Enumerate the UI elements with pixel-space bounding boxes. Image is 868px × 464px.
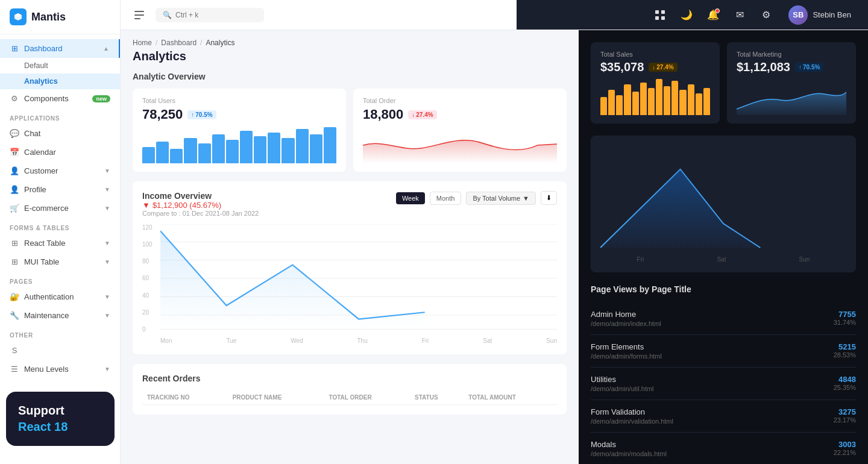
search-box[interactable]: 🔍 [156,8,264,22]
marketing-value: $1,12,083 [737,60,790,74]
customer-label: Customer [24,166,58,175]
section-label-applications: Applications [0,108,120,124]
sidebar-item-s[interactable]: S [0,341,120,360]
sidebar-item-react-table[interactable]: ⊞ React Table ▼ [0,234,120,252]
col-product: PRODUCT NAME [228,390,324,405]
sidebar-subitem-analytics[interactable]: Analytics [0,74,120,89]
section-label-other: Other [0,325,120,341]
breadcrumb-sep1: / [156,39,157,47]
volume-label: By Total Volume [473,195,520,202]
page-view-pct-2: 25.35% [834,384,856,391]
col-status: STATUS [410,390,464,405]
y-label-20: 20 [142,309,159,316]
topnav-right: 🌙 🔔 ✉ ⚙ SB Stebin Ben [651,3,856,27]
analytic-overview-label: Analytic Overview [121,72,579,89]
page-view-pct-1: 28.53% [834,351,856,359]
ecommerce-icon: 🛒 [10,204,19,213]
page-view-url-1: /demo/admin/forms.html [591,353,662,360]
total-users-badge: ↑ 70.5% [187,110,216,119]
y-label-60: 60 [142,275,159,281]
user-avatar-button[interactable]: SB Stebin Ben [784,3,856,27]
x-label-fri: Fri [422,337,429,344]
page-view-item-0: Admin Home /demo/admin/index.html 7755 3… [591,303,856,335]
sidebar-subitem-default[interactable]: Default [0,58,120,74]
menu-levels-chevron: ▼ [104,366,110,372]
breadcrumb-home[interactable]: Home [133,39,152,47]
theme-toggle-button[interactable]: 🌙 [678,6,696,24]
sidebar-item-customer[interactable]: 👤 Customer ▼ [0,161,120,180]
dashboard-label: Dashboard [24,44,63,53]
sidebar-item-mui-table[interactable]: ⊞ MUI Table ▼ [0,252,120,271]
menu-levels-label: Menu Levels [24,365,69,374]
volume-button[interactable]: By Total Volume ▼ [466,192,536,205]
income-svg [160,224,557,333]
page-title: Analytics [121,47,579,72]
sidebar-item-maintenance[interactable]: 🔧 Maintenance ▼ [0,306,120,325]
page-view-title-4: Modals [591,440,667,449]
col-tracking: TRACKING NO [142,390,228,405]
calendar-icon: 📅 [10,148,19,157]
marketing-chart [737,79,846,115]
income-controls: Week Month By Total Volume ▼ ⬇ [396,191,557,205]
menu-levels-icon: ☰ [10,365,19,374]
download-button[interactable]: ⬇ [541,191,557,205]
col-total-order: TOTAL ORDER [324,390,410,405]
sidebar-item-authentication[interactable]: 🔐 Authentication ▼ [0,287,120,306]
dark-stat-card-sales: Total Sales $35,078 ↓ 27.4% [591,42,720,124]
search-input[interactable] [175,11,248,19]
settings-button[interactable]: ⚙ [757,6,775,24]
recent-orders-title: Recent Orders [142,374,557,383]
x-label-sun: Sun [546,337,557,344]
sidebar-item-menu-levels[interactable]: ☰ Menu Levels ▼ [0,360,120,378]
dark-stat-cards: Total Sales $35,078 ↓ 27.4% [591,42,856,124]
page-view-count-1: 5215 [834,342,856,351]
stat-card-total-order: Total Order 18,800 ↓ 27.4% [353,89,567,172]
sidebar-item-profile[interactable]: 👤 Profile ▼ [0,180,120,199]
income-value: $1,12,900 (45.67%) [153,201,221,210]
sidebar-item-dashboard[interactable]: ⊞ Dashboard ▲ [0,39,120,58]
dark-x-sat: Sat [717,256,726,263]
menu-toggle-button[interactable] [130,6,148,24]
income-title: Income Overview [142,191,259,201]
x-label-wed: Wed [291,337,303,344]
content-split: Home / Dashboard / Analytics Analytics A… [121,30,868,464]
components-badge: new [92,95,110,102]
week-button[interactable]: Week [396,192,425,204]
stat-cards-row: Total Users 78,250 ↑ 70.5% [121,89,579,181]
sidebar-item-ecommerce[interactable]: 🛒 E-commerce ▼ [0,199,120,218]
notification-bell-button[interactable]: 🔔 [704,6,722,24]
support-popup[interactable]: Support React 18 [6,392,115,446]
sidebar-item-chat[interactable]: 💬 Chat [0,124,120,143]
page-view-url-2: /demo/admin/util.html [591,385,654,392]
support-react18: React 18 [18,420,102,434]
chat-icon: 💬 [10,129,19,138]
sidebar-logo[interactable]: Mantis [0,0,120,34]
ecommerce-chevron: ▼ [104,205,110,212]
react-table-icon: ⊞ [10,239,19,248]
profile-chevron: ▼ [104,186,110,193]
mui-table-icon: ⊞ [10,257,19,266]
total-order-label: Total Order [363,97,557,104]
analytics-label: Analytics [24,77,58,86]
income-arrow: ▼ [142,201,150,210]
mail-button[interactable]: ✉ [731,6,749,24]
breadcrumb-current: Analytics [206,39,234,47]
auth-icon: 🔐 [10,292,19,301]
dark-x-labels: Fri Sat Sun [600,256,846,263]
y-label-100: 100 [142,241,159,248]
apps-icon-button[interactable] [651,6,669,24]
svg-rect-0 [134,11,144,12]
sidebar-item-calendar[interactable]: 📅 Calendar [0,143,120,161]
dark-x-sun: Sun [799,256,810,263]
page-view-url-0: /demo/admin/index.html [591,320,661,327]
sales-value: $35,078 [600,60,644,74]
sales-label: Total Sales [600,51,710,58]
page-views-section: Page Views by Page Title Admin Home /dem… [591,284,856,464]
breadcrumb-dashboard[interactable]: Dashboard [161,39,197,47]
sidebar-item-components[interactable]: ⚙ Components new [0,89,120,108]
month-button[interactable]: Month [430,192,462,205]
dark-income-section: Fri Sat Sun [591,136,856,272]
react-table-chevron: ▼ [104,240,110,246]
income-overview-section: Income Overview ▼ $1,12,900 (45.67%) Com… [133,181,567,354]
y-label-80: 80 [142,258,159,265]
